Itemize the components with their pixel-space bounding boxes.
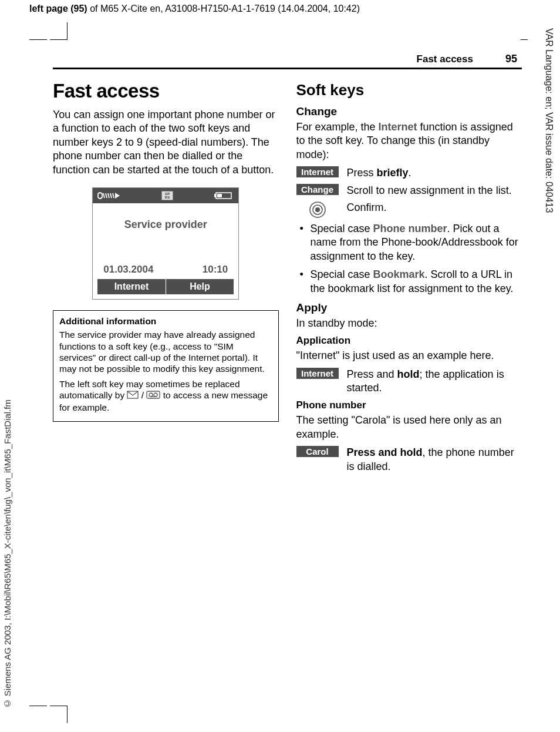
print-header-rest: of M65 X-Cite en, A31008-H7150-A1-1-7619… [87, 4, 360, 14]
gprs-icon: GPRS [161, 191, 173, 200]
change-intro: For example, the Internet function is as… [296, 120, 522, 162]
crop-mark [29, 706, 47, 723]
battery-icon [214, 192, 234, 200]
ui-word-phone-number: Phone number [373, 223, 447, 234]
step-text: Confirm. [347, 201, 522, 214]
step-phone-number: Carol Press and hold, the phone number i… [296, 446, 522, 474]
svg-point-9 [154, 393, 157, 397]
step-application: Internet Press and hold; the application… [296, 368, 522, 395]
svg-point-12 [315, 207, 320, 212]
crop-mark [29, 22, 47, 40]
page-content: Fast access 95 Fast access You can assig… [53, 53, 522, 703]
phone-date: 01.03.2004 [103, 264, 153, 276]
svg-rect-5 [217, 194, 222, 197]
print-header-bold: left page (95) [29, 4, 87, 14]
apply-intro: In standby mode: [296, 317, 522, 330]
svg-point-8 [149, 393, 153, 397]
phone-softkey-right: Help [166, 279, 234, 294]
step-confirm: Confirm. [296, 201, 522, 219]
softkey-label-carol: Carol [296, 446, 339, 457]
phone-softkey-left: Internet [97, 279, 166, 294]
step-change: Change Scroll to new assignment in the l… [296, 184, 522, 197]
info-header: Additional information [59, 315, 272, 327]
step-text: Press and hold, the phone number is dial… [347, 446, 522, 474]
application-text: "Internet" is just used as an example he… [296, 349, 522, 362]
right-column: Soft keys Change For example, the Intern… [296, 80, 522, 477]
ui-word-bookmark: Bookmark [373, 268, 425, 280]
list-item: Special case Phone number. Pick out a na… [299, 222, 522, 263]
intro-paragraph: You can assign one important phone numbe… [53, 108, 279, 177]
voicemail-icon [146, 390, 160, 401]
print-header: left page (95) of M65 X-Cite en, A31008-… [29, 4, 360, 14]
phone-body: Service provider 01.03.2004 10:10 Intern… [93, 203, 238, 299]
softkeys-heading: Soft keys [296, 81, 522, 99]
info-paragraph-2: The left soft key may sometimes be repla… [59, 378, 272, 413]
phone-time: 10:10 [203, 264, 228, 276]
phone-number-heading: Phone number [296, 399, 522, 411]
svg-rect-4 [214, 194, 216, 197]
softkey-label-internet: Internet [296, 368, 339, 379]
signal-icon [97, 192, 121, 200]
svg-rect-7 [147, 391, 160, 398]
apply-heading: Apply [296, 301, 522, 314]
step-text: Press briefly. [347, 166, 522, 180]
application-heading: Application [296, 335, 522, 347]
step-internet: Internet Press briefly. [296, 166, 522, 180]
softkey-label-change: Change [296, 184, 339, 195]
crop-mark [521, 22, 528, 40]
side-footer-left: © Siemens AG 2003, I:\Mobil\R65\M65_X-ci… [2, 399, 12, 709]
info-paragraph-1: The service provider may have already as… [59, 329, 272, 375]
softkey-label-internet: Internet [296, 166, 339, 177]
left-column: Fast access You can assign one important… [53, 80, 279, 477]
side-footer-right: VAR Language: en; VAR issue date: 040413 [544, 28, 554, 213]
special-cases-list: Special case Phone number. Pick out a na… [296, 222, 522, 296]
list-item: Special case Bookmark. Scroll to a URL i… [299, 268, 522, 296]
page-title: Fast access [53, 80, 279, 102]
ui-word-internet: Internet [379, 121, 417, 133]
page-number: 95 [505, 53, 517, 65]
step-text: Scroll to new assignment in the list. [347, 184, 522, 197]
envelope-icon [127, 390, 139, 401]
step-text: Press and hold; the application is start… [347, 368, 522, 395]
additional-info-box: Additional information The service provi… [53, 310, 279, 422]
phone-statusbar: GPRS [93, 188, 238, 203]
phone-number-text: The setting "Carola" is used here only a… [296, 414, 522, 441]
center-key-icon [296, 201, 339, 219]
running-title: Fast access [417, 53, 473, 65]
crop-mark [50, 706, 68, 723]
running-head: Fast access 95 [53, 53, 522, 69]
crop-mark [50, 22, 68, 40]
phone-service-provider: Service provider [97, 219, 234, 231]
svg-text:RS: RS [165, 196, 170, 199]
change-heading: Change [296, 105, 522, 118]
phone-mock: GPRS Service provider 01.03.2004 10:10 I… [92, 187, 239, 300]
